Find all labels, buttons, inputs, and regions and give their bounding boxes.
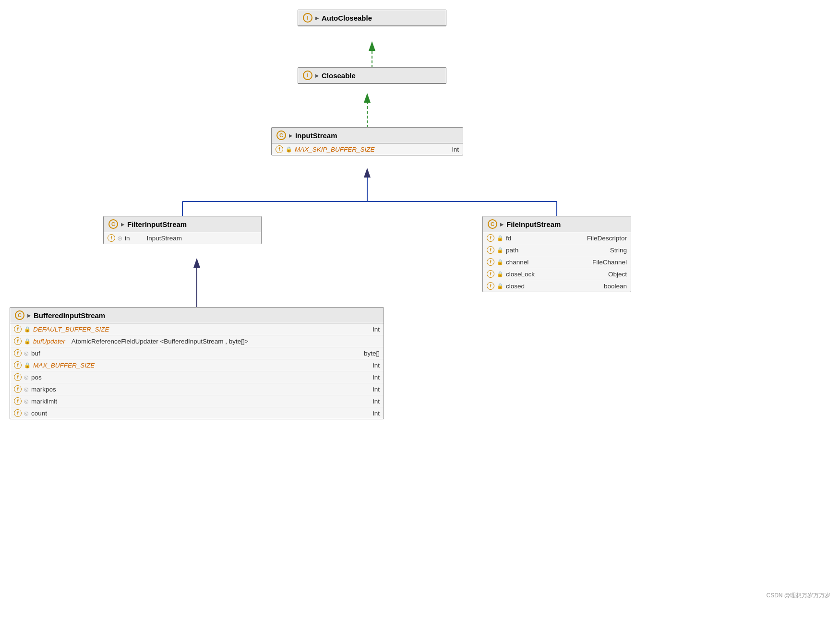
field-type-channel: FileChannel bbox=[592, 259, 627, 266]
filterinputstream-box: C ▸ FilterInputStream f ◎ in InputStream bbox=[103, 216, 262, 244]
field-lock-icon: 🔒 bbox=[24, 326, 31, 332]
field-name-markpos: markpos bbox=[31, 386, 56, 393]
filterinputstream-icon: C bbox=[108, 219, 118, 229]
diagram-container: I ▸ AutoCloseable I ▸ Closeable C ▸ Inpu… bbox=[0, 0, 840, 605]
field-name-in: in bbox=[125, 235, 130, 242]
filterinputstream-body: f ◎ in InputStream bbox=[104, 232, 261, 244]
field-name-buf: buf bbox=[31, 350, 40, 357]
field-name-maxskip: MAX_SKIP_BUFFER_SIZE bbox=[295, 146, 375, 153]
buffered-field-pos: f ◎ pos int bbox=[10, 371, 384, 383]
field-prot-icon: ◎ bbox=[118, 235, 122, 241]
fileinputstream-field-closed: f 🔒 closed boolean bbox=[483, 280, 631, 292]
field-type-closed: boolean bbox=[604, 283, 627, 290]
field-f-icon: f bbox=[14, 385, 22, 393]
field-type-pos: int bbox=[373, 374, 380, 381]
bufferedinputstream-title: BufferedInputStream bbox=[34, 311, 105, 320]
field-f-icon: f bbox=[14, 373, 22, 381]
autocloseable-header: I ▸ AutoCloseable bbox=[298, 10, 446, 26]
closeable-icon: I bbox=[303, 71, 312, 80]
field-f-icon: f bbox=[14, 349, 22, 357]
autocloseable-icon: I bbox=[303, 13, 312, 23]
buffered-field-buf: f ◎ buf byte[] bbox=[10, 347, 384, 359]
fileinputstream-field-path: f 🔒 path String bbox=[483, 244, 631, 256]
field-lock-icon: 🔒 bbox=[497, 235, 504, 241]
field-f-icon: f bbox=[14, 325, 22, 333]
buffered-field-marklimit: f ◎ marklimit int bbox=[10, 395, 384, 407]
field-type-bufupdater: AtomicReferenceFieldUpdater <BufferedInp… bbox=[72, 338, 249, 345]
fileinputstream-field-channel: f 🔒 channel FileChannel bbox=[483, 256, 631, 268]
field-prot-icon: ◎ bbox=[24, 386, 29, 392]
field-name-path: path bbox=[506, 247, 518, 254]
autocloseable-title: AutoCloseable bbox=[322, 14, 372, 22]
field-name-bufupdater: bufUpdater bbox=[33, 338, 65, 345]
field-type-fd: FileDescriptor bbox=[587, 235, 627, 242]
autocloseable-box: I ▸ AutoCloseable bbox=[298, 10, 446, 26]
field-prot-icon: ◎ bbox=[24, 350, 29, 356]
closeable-expand[interactable]: ▸ bbox=[315, 72, 319, 79]
inputstream-header: C ▸ InputStream bbox=[272, 128, 463, 143]
field-f-icon: f bbox=[14, 409, 22, 417]
inputstream-expand[interactable]: ▸ bbox=[289, 132, 292, 139]
field-f-icon: f bbox=[487, 258, 494, 266]
field-lock-icon: 🔒 bbox=[497, 247, 504, 253]
field-name-marklimit: marklimit bbox=[31, 398, 57, 405]
closeable-box: I ▸ Closeable bbox=[298, 67, 446, 84]
field-lock-icon: 🔒 bbox=[286, 146, 292, 153]
bufferedinputstream-expand[interactable]: ▸ bbox=[27, 312, 31, 319]
field-f-icon: f bbox=[487, 246, 494, 254]
field-name-channel: channel bbox=[506, 259, 528, 266]
buffered-field-maxbuffersize: f 🔒 MAX_BUFFER_SIZE int bbox=[10, 359, 384, 371]
field-lock-icon: 🔒 bbox=[24, 362, 31, 368]
fileinputstream-expand[interactable]: ▸ bbox=[500, 221, 504, 228]
watermark: CSDN @理想万岁万万岁 bbox=[766, 592, 830, 600]
inputstream-icon: C bbox=[276, 131, 286, 140]
inputstream-title: InputStream bbox=[295, 131, 337, 140]
field-f-icon: f bbox=[14, 337, 22, 345]
field-type-in: InputStream bbox=[147, 235, 182, 242]
field-name-maxbuffersize: MAX_BUFFER_SIZE bbox=[33, 362, 95, 369]
fileinputstream-title: FileInputStream bbox=[506, 220, 561, 228]
fileinputstream-field-fd: f 🔒 fd FileDescriptor bbox=[483, 232, 631, 244]
filterinputstream-field-in: f ◎ in InputStream bbox=[104, 232, 261, 244]
fileinputstream-field-closelock: f 🔒 closeLock Object bbox=[483, 268, 631, 280]
buffered-field-defaultbuffersize: f 🔒 DEFAULT_BUFFER_SIZE int bbox=[10, 323, 384, 335]
field-type-marklimit: int bbox=[373, 398, 380, 405]
fileinputstream-header: C ▸ FileInputStream bbox=[483, 216, 631, 232]
field-type-count: int bbox=[373, 410, 380, 417]
field-f-icon: f bbox=[487, 234, 494, 242]
field-name-pos: pos bbox=[31, 374, 42, 381]
bufferedinputstream-header: C ▸ BufferedInputStream bbox=[10, 308, 384, 323]
field-f-icon: f bbox=[14, 361, 22, 369]
field-type-closelock: Object bbox=[608, 271, 627, 278]
buffered-field-count: f ◎ count int bbox=[10, 407, 384, 419]
field-lock-icon: 🔒 bbox=[497, 283, 504, 289]
field-type-maxskip: int bbox=[452, 146, 459, 153]
filterinputstream-header: C ▸ FilterInputStream bbox=[104, 216, 261, 232]
inputstream-box: C ▸ InputStream f 🔒 MAX_SKIP_BUFFER_SIZE… bbox=[271, 127, 463, 155]
field-name-fd: fd bbox=[506, 235, 511, 242]
field-type-buf: byte[] bbox=[364, 350, 380, 357]
field-prot-icon: ◎ bbox=[24, 374, 29, 380]
field-type-markpos: int bbox=[373, 386, 380, 393]
field-lock-icon: 🔒 bbox=[497, 271, 504, 277]
filterinputstream-title: FilterInputStream bbox=[127, 220, 187, 228]
bufferedinputstream-box: C ▸ BufferedInputStream f 🔒 DEFAULT_BUFF… bbox=[10, 307, 384, 419]
bufferedinputstream-icon: C bbox=[15, 310, 24, 320]
fileinputstream-box: C ▸ FileInputStream f 🔒 fd FileDescripto… bbox=[482, 216, 631, 292]
field-f-icon: f bbox=[487, 282, 494, 290]
autocloseable-expand[interactable]: ▸ bbox=[315, 14, 319, 22]
field-type-defaultbuffersize: int bbox=[373, 326, 380, 333]
inputstream-body: f 🔒 MAX_SKIP_BUFFER_SIZE int bbox=[272, 143, 463, 155]
field-f-icon: f bbox=[14, 397, 22, 405]
field-name-defaultbuffersize: DEFAULT_BUFFER_SIZE bbox=[33, 326, 109, 333]
inputstream-field-maxskip: f 🔒 MAX_SKIP_BUFFER_SIZE int bbox=[272, 143, 463, 155]
field-name-count: count bbox=[31, 410, 47, 417]
field-name-closelock: closeLock bbox=[506, 271, 535, 278]
bufferedinputstream-body: f 🔒 DEFAULT_BUFFER_SIZE int f 🔒 bufUpdat… bbox=[10, 323, 384, 419]
field-type-maxbuffersize: int bbox=[373, 362, 380, 369]
closeable-title: Closeable bbox=[322, 71, 356, 80]
closeable-header: I ▸ Closeable bbox=[298, 68, 446, 83]
arrows-svg bbox=[0, 0, 840, 605]
buffered-field-bufupdater: f 🔒 bufUpdater AtomicReferenceFieldUpdat… bbox=[10, 335, 384, 347]
filterinputstream-expand[interactable]: ▸ bbox=[121, 221, 124, 228]
